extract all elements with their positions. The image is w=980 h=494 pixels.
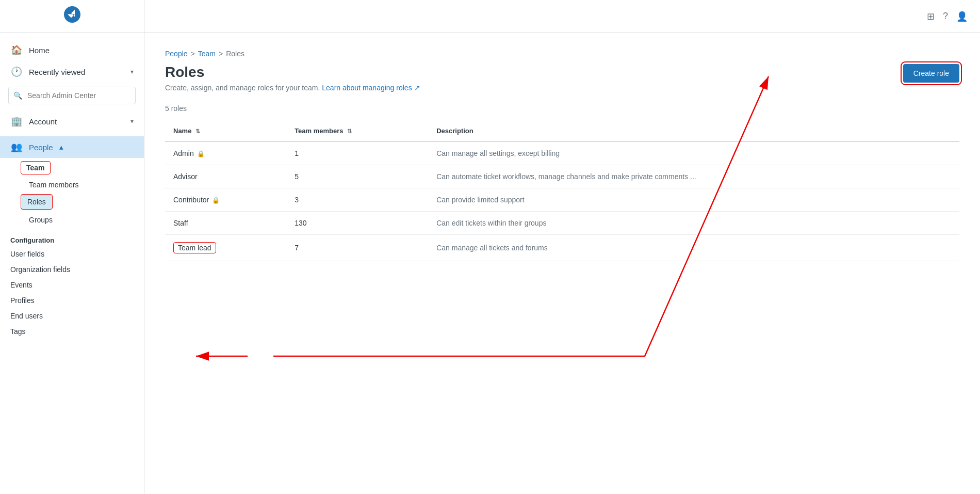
cell-description: Can provide limited support: [428, 188, 959, 212]
sidebar-item-people[interactable]: 👥 People ▴: [0, 136, 144, 158]
home-icon: 🏠: [10, 44, 23, 56]
people-icon: 👥: [10, 141, 23, 153]
sidebar-navigation: 🏠 Home 🕐 Recently viewed ▾ 🔍 🏢 Account ▾: [0, 33, 144, 345]
breadcrumb-sep-1: >: [191, 50, 195, 58]
sidebar-item-roles[interactable]: Roles: [21, 195, 52, 209]
home-label: Home: [29, 46, 134, 55]
apps-icon[interactable]: ⊞: [927, 11, 935, 22]
search-input[interactable]: [8, 87, 136, 104]
clock-icon: 🕐: [10, 66, 23, 77]
content-area: People > Team > Roles Roles Create, assi…: [144, 33, 980, 278]
breadcrumb-roles: Roles: [226, 50, 244, 58]
people-subnav: Team Team members Roles Groups: [0, 161, 144, 228]
page-title: Roles: [165, 64, 420, 81]
people-label: People: [29, 143, 53, 152]
page-subtitle: Create, assign, and manage roles for you…: [165, 84, 420, 92]
cell-members: 130: [286, 212, 428, 235]
role-name[interactable]: Admin: [173, 149, 194, 157]
cell-description: Can edit tickets within their groups: [428, 212, 959, 235]
sidebar-item-events[interactable]: Events: [0, 277, 144, 293]
sidebar-item-account[interactable]: 🏢 Account ▾: [0, 110, 144, 132]
members-sort-icon: ⇅: [347, 128, 352, 134]
account-label: Account: [29, 117, 124, 126]
logo-area: [0, 0, 144, 33]
table-row: Contributor🔒3Can provide limited support: [165, 188, 959, 212]
learn-link[interactable]: Learn about managing roles ↗: [322, 84, 420, 92]
col-name[interactable]: Name ⇅: [165, 121, 286, 141]
breadcrumb-people[interactable]: People: [165, 50, 188, 58]
role-name[interactable]: Advisor: [173, 172, 198, 181]
user-avatar[interactable]: 👤: [956, 11, 968, 22]
role-name[interactable]: Contributor: [173, 196, 209, 204]
breadcrumb-sep-2: >: [219, 50, 223, 58]
cell-members: 5: [286, 165, 428, 188]
page-header: Roles Create, assign, and manage roles f…: [165, 64, 959, 92]
sidebar-item-home[interactable]: 🏠 Home: [0, 39, 144, 61]
cell-name: Team lead: [165, 235, 286, 261]
cell-members: 3: [286, 188, 428, 212]
cell-members: 1: [286, 141, 428, 165]
sidebar-item-org-fields[interactable]: Organization fields: [0, 262, 144, 277]
sidebar-item-end-users[interactable]: End users: [0, 308, 144, 324]
create-role-button[interactable]: Create role: [903, 64, 959, 83]
page-title-section: Roles Create, assign, and manage roles f…: [165, 64, 420, 92]
sidebar-item-user-fields[interactable]: User fields: [0, 246, 144, 262]
sidebar-item-tags[interactable]: Tags: [0, 324, 144, 339]
account-icon: 🏢: [10, 116, 23, 127]
table-row: Team lead7Can manage all tickets and for…: [165, 235, 959, 261]
sidebar-item-team-members[interactable]: Team members: [29, 177, 144, 193]
table-row: Staff130Can edit tickets within their gr…: [165, 212, 959, 235]
recently-viewed-arrow: ▾: [130, 68, 134, 75]
breadcrumb: People > Team > Roles: [165, 50, 959, 58]
top-bar: ⊞ ? 👤: [144, 0, 980, 33]
search-box: 🔍: [8, 87, 136, 104]
account-arrow: ▾: [130, 118, 134, 125]
team-lead-name-box: Team lead: [173, 242, 216, 253]
name-sort-icon: ⇅: [195, 128, 200, 134]
col-description: Description: [428, 121, 959, 141]
cell-members: 7: [286, 235, 428, 261]
cell-name: Staff: [165, 212, 286, 235]
sidebar-item-groups[interactable]: Groups: [29, 212, 144, 228]
roles-table-body: Admin🔒1Can manage all settings, except b…: [165, 141, 959, 261]
table-row: Admin🔒1Can manage all settings, except b…: [165, 141, 959, 165]
help-icon[interactable]: ?: [943, 11, 948, 22]
main-content: ⊞ ? 👤 People > Team > Roles Roles Create…: [144, 0, 980, 494]
people-arrow: ▴: [59, 142, 63, 152]
cell-description: Can manage all tickets and forums: [428, 235, 959, 261]
cell-description: Can manage all settings, except billing: [428, 141, 959, 165]
table-row: Advisor5Can automate ticket workflows, m…: [165, 165, 959, 188]
sidebar: 🏠 Home 🕐 Recently viewed ▾ 🔍 🏢 Account ▾: [0, 0, 144, 494]
recently-viewed-label: Recently viewed: [29, 68, 124, 76]
roles-table: Name ⇅ Team members ⇅ Description Admin🔒…: [165, 121, 959, 261]
cell-description: Can automate ticket workflows, manage ch…: [428, 165, 959, 188]
configuration-section-label: Configuration: [0, 230, 144, 246]
sidebar-team-item[interactable]: Team: [21, 161, 51, 174]
lock-icon: 🔒: [197, 150, 205, 157]
people-section: 👥 People ▴ Team Team members Roles: [0, 134, 144, 230]
sidebar-item-profiles[interactable]: Profiles: [0, 293, 144, 308]
cell-name: Advisor: [165, 165, 286, 188]
cell-name: Contributor🔒: [165, 188, 286, 212]
table-header: Name ⇅ Team members ⇅ Description: [165, 121, 959, 141]
account-section: 🏢 Account ▾: [0, 108, 144, 134]
role-name[interactable]: Staff: [173, 219, 188, 227]
cell-name: Admin🔒: [165, 141, 286, 165]
sidebar-item-recently-viewed[interactable]: 🕐 Recently viewed ▾: [0, 61, 144, 83]
col-members[interactable]: Team members ⇅: [286, 121, 428, 141]
lock-icon: 🔒: [212, 197, 220, 204]
roles-count: 5 roles: [165, 104, 959, 113]
zendesk-logo: [62, 4, 83, 28]
breadcrumb-team[interactable]: Team: [198, 50, 216, 58]
search-icon: 🔍: [13, 91, 22, 100]
